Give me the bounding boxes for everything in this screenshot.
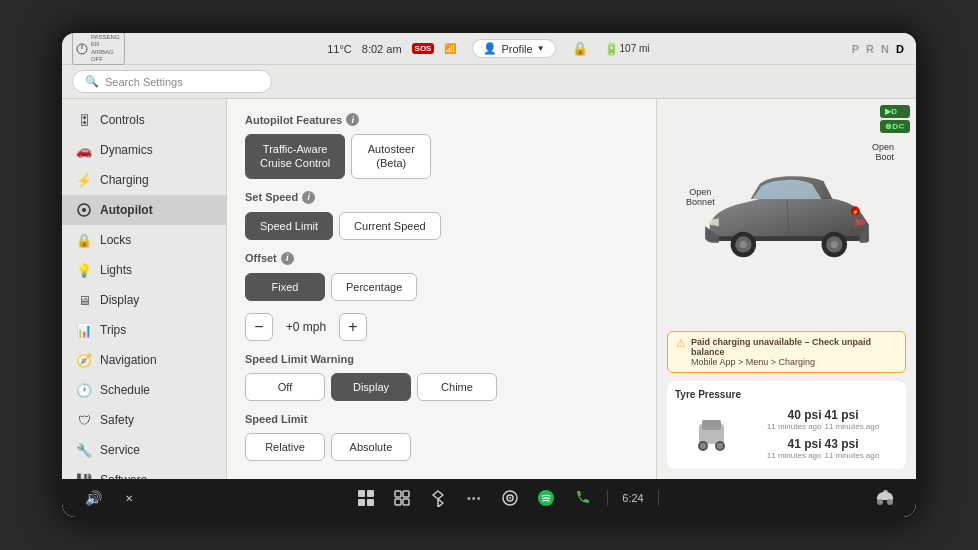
set-speed-section: Set Speed i Speed Limit Current Speed xyxy=(245,191,638,240)
svg-point-33 xyxy=(887,499,893,505)
profile-icon: 👤 xyxy=(483,42,497,55)
sidebar-item-lights[interactable]: 💡 Lights xyxy=(62,255,226,285)
autosteer-button[interactable]: Autosteer (Beta) xyxy=(351,134,431,179)
mute-icon[interactable]: ✕ xyxy=(118,487,140,509)
bluetooth-icon[interactable] xyxy=(427,487,449,509)
offset-title: Offset i xyxy=(245,252,638,265)
sidebar-item-controls[interactable]: 🎛 Controls xyxy=(62,105,226,135)
open-bonnet-label[interactable]: Open Bonnet xyxy=(686,187,715,207)
spotify-icon[interactable] xyxy=(535,487,557,509)
profile-down-icon: ▼ xyxy=(537,44,545,53)
bottom-right xyxy=(874,487,896,509)
recent-apps-icon[interactable] xyxy=(391,487,413,509)
search-input-container[interactable]: 🔍 Search Settings xyxy=(72,70,272,93)
software-icon: 💾 xyxy=(76,472,92,479)
svg-rect-22 xyxy=(358,499,365,506)
set-speed-info-icon[interactable]: i xyxy=(302,191,315,204)
sidebar-item-safety[interactable]: 🛡 Safety xyxy=(62,405,226,435)
set-speed-buttons: Speed Limit Current Speed xyxy=(245,212,638,240)
offset-decrease-button[interactable]: − xyxy=(245,313,273,341)
sidebar-label-autopilot: Autopilot xyxy=(100,203,153,217)
offset-section: Offset i Fixed Percentage − +0 mph + xyxy=(245,252,638,341)
svg-rect-27 xyxy=(403,499,409,505)
sidebar-item-software[interactable]: 💾 Software xyxy=(62,465,226,479)
gear-D[interactable]: D xyxy=(896,43,906,55)
sidebar-item-service[interactable]: 🔧 Service xyxy=(62,435,226,465)
speed-limit-buttons: Relative Absolute xyxy=(245,433,638,461)
display-icon: 🖥 xyxy=(76,292,92,308)
sidebar-label-charging: Charging xyxy=(100,173,149,187)
sidebar-label-trips: Trips xyxy=(100,323,126,337)
mini-car-icon xyxy=(675,406,749,461)
profile-button[interactable]: 👤 Profile ▼ xyxy=(472,39,555,58)
apps-grid-icon[interactable] xyxy=(355,487,377,509)
fr-time: 11 minutes ago xyxy=(825,422,899,431)
sidebar-item-display[interactable]: 🖥 Display xyxy=(62,285,226,315)
offset-increase-button[interactable]: + xyxy=(339,313,367,341)
tacc-button[interactable]: Traffic-Aware Cruise Control xyxy=(245,134,345,179)
bottom-time: 6:24 xyxy=(622,492,643,504)
slw-title-text: Speed Limit Warning xyxy=(245,353,354,365)
autopilot-features-buttons: Traffic-Aware Cruise Control Autosteer (… xyxy=(245,134,638,179)
sidebar-item-schedule[interactable]: 🕐 Schedule xyxy=(62,375,226,405)
sidebar-item-locks[interactable]: 🔒 Locks xyxy=(62,225,226,255)
sidebar-item-dynamics[interactable]: 🚗 Dynamics xyxy=(62,135,226,165)
set-speed-title: Set Speed i xyxy=(245,191,638,204)
more-icon[interactable]: ••• xyxy=(463,487,485,509)
features-info-icon[interactable]: i xyxy=(346,113,359,126)
speed-limit-button[interactable]: Speed Limit xyxy=(245,212,333,240)
svg-point-32 xyxy=(877,499,883,505)
volume-icon[interactable]: 🔊 xyxy=(82,487,104,509)
fixed-button[interactable]: Fixed xyxy=(245,273,325,301)
slw-off-button[interactable]: Off xyxy=(245,373,325,401)
trips-icon: 📊 xyxy=(76,322,92,338)
service-icon: 🔧 xyxy=(76,442,92,458)
offset-control: − +0 mph + xyxy=(245,313,638,341)
svg-point-19 xyxy=(717,443,723,449)
sidebar-label-controls: Controls xyxy=(100,113,145,127)
fr-psi: 41 psi xyxy=(825,408,899,422)
offset-info-icon[interactable]: i xyxy=(281,252,294,265)
sidebar-item-charging[interactable]: ⚡ Charging xyxy=(62,165,226,195)
sidebar-label-lights: Lights xyxy=(100,263,132,277)
charging-warning: ⚠ Paid charging unavailable – Check unpa… xyxy=(667,331,906,373)
sos-button[interactable]: SOS xyxy=(412,43,435,54)
sidebar-label-display: Display xyxy=(100,293,139,307)
mileage-display: 107 mi xyxy=(620,43,650,54)
rl-time: 11 minutes ago xyxy=(752,451,822,460)
sl-relative-button[interactable]: Relative xyxy=(245,433,325,461)
percentage-button[interactable]: Percentage xyxy=(331,273,417,301)
sidebar-item-trips[interactable]: 📊 Trips xyxy=(62,315,226,345)
charging-warning-text: Paid charging unavailable – Check unpaid… xyxy=(691,337,897,367)
slw-chime-button[interactable]: Chime xyxy=(417,373,497,401)
sidebar-label-safety: Safety xyxy=(100,413,134,427)
bottom-time-text: 6:24 xyxy=(622,492,643,504)
sl-absolute-button[interactable]: Absolute xyxy=(331,433,411,461)
slw-display-button[interactable]: Display xyxy=(331,373,411,401)
main-content: 🎛 Controls 🚗 Dynamics ⚡ Charging Autopil… xyxy=(62,99,916,479)
fl-time: 11 minutes ago xyxy=(752,422,822,431)
top-bar-right: P R N D xyxy=(852,43,906,55)
phone-icon[interactable] xyxy=(571,487,593,509)
set-speed-title-text: Set Speed xyxy=(245,191,298,203)
sidebar-item-autopilot[interactable]: Autopilot xyxy=(62,195,226,225)
camera-icon[interactable] xyxy=(499,487,521,509)
airbag-label: PASSENGER AIRBAG OFF xyxy=(91,34,121,63)
features-title-text: Autopilot Features xyxy=(245,114,342,126)
sidebar-label-schedule: Schedule xyxy=(100,383,150,397)
rr-psi: 43 psi xyxy=(825,437,899,451)
speed-limit-warning-title: Speed Limit Warning xyxy=(245,353,638,365)
speed-limit-warning-section: Speed Limit Warning Off Display Chime xyxy=(245,353,638,401)
sidebar-label-locks: Locks xyxy=(100,233,131,247)
svg-point-8 xyxy=(739,241,746,248)
svg-rect-20 xyxy=(358,490,365,497)
tyre-rear-left: 41 psi 11 minutes ago xyxy=(752,437,822,460)
bottom-bar: 🔊 ✕ xyxy=(62,479,916,517)
current-speed-button[interactable]: Current Speed xyxy=(339,212,441,240)
bottom-divider xyxy=(607,490,608,506)
car-icon[interactable] xyxy=(874,487,896,509)
sidebar-label-service: Service xyxy=(100,443,140,457)
battery-display: 🔋 107 mi xyxy=(604,42,650,56)
sidebar-item-navigation[interactable]: 🧭 Navigation xyxy=(62,345,226,375)
open-boot-label[interactable]: Open Boot xyxy=(872,142,894,162)
